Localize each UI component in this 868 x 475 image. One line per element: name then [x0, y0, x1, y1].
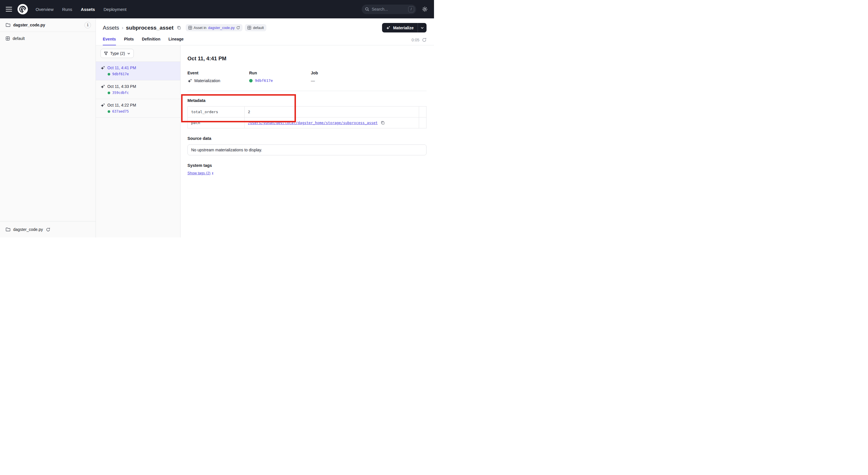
event-list-item[interactable]: Oct 11, 4:33 PM 359cdbfc: [96, 81, 180, 99]
materialize-button[interactable]: Materialize: [382, 23, 417, 32]
refresh-countdown: 0:05: [412, 38, 427, 45]
reload-code-location-icon[interactable]: [46, 228, 50, 232]
metadata-key: path: [188, 117, 245, 128]
refresh-timer-text: 0:05: [412, 38, 420, 42]
reload-chip-icon[interactable]: [236, 26, 240, 30]
metadata-key: total_orders: [188, 107, 245, 117]
system-tags-heading: System tags: [187, 163, 427, 168]
folder-icon: [6, 228, 10, 232]
run-id-link[interactable]: 9dbf617e: [112, 72, 129, 76]
materialization-sparkle-icon: [100, 65, 105, 70]
metadata-table: total_orders 2 path /Users/yuhan/dev/loc…: [187, 106, 427, 128]
tab-lineage[interactable]: Lineage: [168, 37, 184, 45]
asset-count-badge: 1: [84, 22, 91, 28]
type-filter-button[interactable]: Type (2): [100, 49, 134, 58]
event-column-label: Event: [187, 71, 249, 75]
repo-grid-icon: [188, 26, 192, 30]
top-navigation-bar: Overview Runs Assets Deployment /: [0, 0, 434, 19]
run-status-dot: [107, 73, 110, 76]
run-status-dot: [107, 92, 110, 94]
metadata-section: Metadata total_orders 2 path /User: [187, 98, 427, 128]
materialization-sparkle-icon: [100, 84, 105, 89]
event-list-item[interactable]: Oct 11, 4:41 PM 9dbf617e: [96, 62, 180, 81]
metadata-value: 2: [245, 107, 419, 117]
event-timestamp: Oct 11, 4:33 PM: [107, 84, 136, 89]
metadata-row-actions: [419, 107, 427, 117]
repo-grid-icon: [247, 26, 251, 30]
repo-default-chip[interactable]: default: [245, 24, 267, 31]
event-type-value: Materialization: [194, 79, 220, 83]
tab-events[interactable]: Events: [103, 37, 116, 45]
asset-sidebar: dagster_code.py 1 default dagster_code.p…: [0, 19, 96, 237]
search-icon: [365, 7, 369, 11]
event-detail-panel: Oct 11, 4:41 PM Event Materialization: [181, 46, 434, 237]
show-tags-toggle[interactable]: Show tags (2)▾: [187, 171, 213, 175]
asset-in-code-location-chip: Asset in dagster_code.py: [186, 24, 243, 31]
run-id-link[interactable]: 9dbf617e: [255, 79, 273, 83]
sidebar-item-code-location[interactable]: dagster_code.py 1: [0, 19, 96, 32]
tab-definition[interactable]: Definition: [142, 37, 160, 45]
source-data-empty-message: No upstream materializations to display.: [187, 144, 427, 155]
sparkle-icon: [386, 26, 391, 30]
nav-overview[interactable]: Overview: [36, 7, 54, 12]
materialize-button-group: Materialize: [382, 23, 427, 32]
event-detail-title: Oct 11, 4:41 PM: [187, 55, 427, 62]
folder-icon: [6, 23, 10, 27]
job-column-label: Job: [311, 71, 373, 75]
sidebar-footer-code-location[interactable]: dagster_code.py: [0, 221, 96, 237]
run-status-dot: [107, 110, 110, 113]
nav-deployment[interactable]: Deployment: [104, 7, 127, 12]
sidebar-code-location-label: dagster_code.py: [13, 23, 45, 27]
filter-funnel-icon: [104, 51, 108, 55]
nav-assets[interactable]: Assets: [81, 7, 95, 12]
chip-code-location-link[interactable]: dagster_code.py: [208, 26, 235, 30]
primary-nav: Overview Runs Assets Deployment: [36, 7, 127, 12]
repo-grid-icon: [6, 36, 10, 40]
section-divider: [187, 91, 427, 91]
run-column-label: Run: [249, 71, 311, 75]
event-timestamp: Oct 11, 4:22 PM: [107, 103, 136, 108]
settings-gear-icon[interactable]: [422, 6, 428, 12]
refresh-icon[interactable]: [422, 38, 427, 42]
asset-tabs: Events Plots Definition Lineage 0:05: [96, 33, 434, 46]
materialize-label: Materialize: [393, 26, 414, 30]
metadata-row: total_orders 2: [188, 107, 427, 117]
sidebar-footer-label: dagster_code.py: [13, 227, 43, 232]
materialize-dropdown-button[interactable]: [417, 23, 427, 32]
run-id-link[interactable]: 637aed75: [112, 110, 129, 113]
hamburger-menu-icon[interactable]: [6, 7, 12, 11]
materialization-sparkle-icon: [100, 103, 105, 108]
tab-plots[interactable]: Plots: [124, 37, 134, 45]
events-list-panel: Type (2) Oct 11,: [96, 46, 181, 237]
search-shortcut-badge: /: [408, 6, 414, 12]
breadcrumb-assets-link[interactable]: Assets: [103, 25, 119, 31]
job-empty-value: —: [311, 79, 315, 83]
search-input[interactable]: [372, 7, 403, 11]
nav-runs[interactable]: Runs: [62, 7, 72, 12]
event-timestamp: Oct 11, 4:41 PM: [107, 65, 136, 70]
sidebar-item-repo-default[interactable]: default: [0, 32, 96, 45]
dagster-logo[interactable]: [17, 4, 28, 14]
chip-default-label: default: [253, 26, 264, 30]
asset-tags: Asset in dagster_code.py default: [186, 24, 267, 31]
materialization-sparkle-icon: [187, 79, 192, 83]
global-search[interactable]: /: [362, 5, 416, 14]
chevron-down-icon: [127, 52, 130, 55]
run-id-link[interactable]: 359cdbfc: [112, 91, 129, 95]
event-list-item[interactable]: Oct 11, 4:22 PM 637aed75: [96, 99, 180, 118]
copy-asset-name-icon[interactable]: [177, 26, 181, 30]
events-filter-row: Type (2): [96, 46, 180, 62]
system-tags-section: System tags Show tags (2)▾: [187, 163, 427, 175]
breadcrumb-separator: ›: [122, 25, 123, 31]
copy-path-icon[interactable]: [381, 121, 385, 125]
metadata-heading: Metadata: [187, 98, 427, 103]
event-summary-row: Event Materialization Run: [187, 71, 427, 83]
breadcrumb: Assets › subprocess_asset: [103, 25, 181, 31]
source-data-heading: Source data: [187, 136, 427, 141]
metadata-row: path /Users/yuhan/dev/local/dagster_home…: [188, 117, 427, 128]
source-data-section: Source data No upstream materializations…: [187, 136, 427, 155]
metadata-path-link[interactable]: /Users/yuhan/dev/local/dagster_home/stor…: [248, 121, 378, 125]
type-filter-label: Type (2): [110, 51, 125, 56]
sidebar-repo-label: default: [12, 36, 25, 41]
metadata-row-actions: [419, 117, 427, 128]
